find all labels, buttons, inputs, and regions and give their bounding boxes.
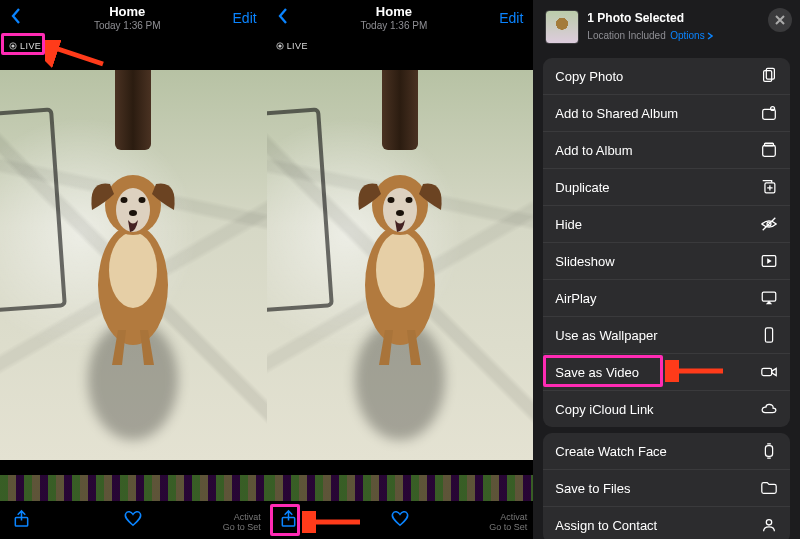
watermark: ActivatGo to Set [489, 513, 527, 533]
share-sheet: 1 Photo Selected Location Included Optio… [533, 0, 800, 539]
favorite-icon[interactable] [123, 509, 143, 531]
svg-point-18 [405, 197, 412, 203]
action-slideshow[interactable]: Slideshow [543, 242, 790, 279]
svg-point-11 [278, 44, 281, 47]
action-save-to-files[interactable]: Save to Files [543, 469, 790, 506]
svg-point-3 [109, 232, 157, 308]
arrow-annotation [665, 360, 725, 382]
action-create-watch-face[interactable]: Create Watch Face [543, 433, 790, 469]
thumbnail-strip[interactable] [267, 475, 534, 501]
live-icon [276, 42, 284, 50]
phone-screen-2: Home Today 1:36 PM Edit LIVE ActivatGo t… [267, 0, 534, 539]
dog-photo [68, 150, 198, 370]
folder-icon [760, 479, 778, 497]
album-icon [760, 141, 778, 159]
hide-icon [760, 215, 778, 233]
close-icon [775, 15, 785, 25]
action-duplicate[interactable]: Duplicate [543, 168, 790, 205]
nav-bar: Home Today 1:36 PM Edit [0, 0, 267, 33]
svg-line-10 [49, 46, 103, 64]
svg-rect-26 [763, 146, 776, 157]
dog-photo [335, 150, 465, 370]
action-wallpaper[interactable]: Use as Wallpaper [543, 316, 790, 353]
svg-point-17 [387, 197, 394, 203]
action-copy-icloud-link[interactable]: Copy iCloud Link [543, 390, 790, 427]
live-badge: LIVE [4, 39, 46, 53]
share-icon[interactable] [279, 509, 298, 532]
nav-bar: Home Today 1:36 PM Edit [267, 0, 534, 33]
thumbnail-strip[interactable] [0, 475, 267, 501]
share-icon[interactable] [12, 509, 31, 532]
airplay-icon [760, 289, 778, 307]
slideshow-icon [760, 252, 778, 270]
contact-icon [760, 516, 778, 534]
svg-point-6 [121, 197, 128, 203]
close-button[interactable] [768, 8, 792, 32]
watch-icon [760, 442, 778, 460]
copy-icon [760, 67, 778, 85]
duplicate-icon [760, 178, 778, 196]
svg-rect-35 [765, 446, 772, 457]
sheet-header: 1 Photo Selected Location Included Optio… [533, 0, 800, 52]
chevron-right-icon [707, 32, 713, 40]
watermark: Activat Go to Set [223, 513, 261, 533]
svg-point-7 [139, 197, 146, 203]
shared-album-icon [760, 104, 778, 122]
edit-button[interactable]: Edit [499, 10, 523, 26]
action-assign-contact[interactable]: Assign to Contact [543, 506, 790, 539]
action-add-album[interactable]: Add to Album [543, 131, 790, 168]
page-title: Home [361, 5, 428, 20]
back-icon[interactable] [10, 7, 22, 29]
action-hide[interactable]: Hide [543, 205, 790, 242]
icloud-icon [760, 400, 778, 418]
favorite-icon[interactable] [390, 509, 410, 531]
action-airplay[interactable]: AirPlay [543, 279, 790, 316]
photo-viewport[interactable] [267, 70, 534, 460]
live-badge-text: LIVE [20, 41, 41, 51]
back-icon[interactable] [277, 7, 289, 29]
svg-point-0 [11, 44, 14, 47]
sheet-options-link[interactable]: Options [670, 30, 712, 41]
page-title: Home [94, 5, 161, 20]
video-icon [760, 363, 778, 381]
live-icon [9, 42, 17, 50]
arrow-annotation [45, 40, 105, 70]
svg-point-19 [396, 210, 404, 216]
edit-button[interactable]: Edit [233, 10, 257, 26]
svg-point-36 [766, 520, 771, 525]
arrow-annotation [302, 511, 362, 533]
svg-point-8 [129, 210, 137, 216]
svg-point-14 [376, 232, 424, 308]
live-badge: LIVE [271, 39, 313, 53]
sheet-title: 1 Photo Selected [587, 11, 712, 25]
photo-viewport[interactable] [0, 70, 267, 460]
svg-rect-32 [762, 292, 776, 301]
action-add-shared-album[interactable]: Add to Shared Album [543, 94, 790, 131]
sheet-subtitle: Location Included [587, 30, 665, 41]
sheet-thumbnail [545, 10, 579, 44]
page-subtitle: Today 1:36 PM [94, 20, 161, 32]
phone-screen-1: Home Today 1:36 PM Edit LIVE [0, 0, 267, 539]
svg-line-30 [763, 218, 776, 231]
live-badge-text: LIVE [287, 41, 308, 51]
wallpaper-icon [760, 326, 778, 344]
svg-rect-33 [765, 328, 772, 342]
svg-rect-27 [765, 143, 774, 146]
action-group-2: Create Watch Face Save to Files Assign t… [543, 433, 790, 539]
page-subtitle: Today 1:36 PM [361, 20, 428, 32]
svg-point-25 [771, 107, 775, 111]
svg-rect-34 [762, 368, 772, 375]
action-copy-photo[interactable]: Copy Photo [543, 58, 790, 94]
